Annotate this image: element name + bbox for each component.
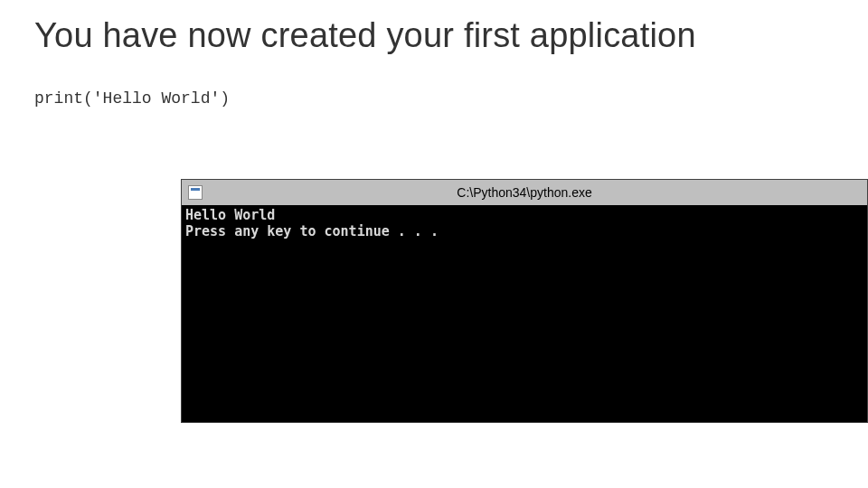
slide: You have now created your first applicat… <box>0 0 868 151</box>
slide-title: You have now created your first applicat… <box>34 16 834 55</box>
code-snippet: print('Hello World') <box>34 89 834 108</box>
window-title: C:\Python34\python.exe <box>457 185 591 200</box>
output-line: Hello World <box>185 207 275 223</box>
app-icon <box>188 185 203 200</box>
output-line: Press any key to continue . . . <box>185 223 439 239</box>
window-titlebar[interactable]: C:\Python34\python.exe <box>182 180 867 205</box>
console-output: Hello World Press any key to continue . … <box>182 205 867 242</box>
console-window: C:\Python34\python.exe Hello World Press… <box>181 179 868 423</box>
